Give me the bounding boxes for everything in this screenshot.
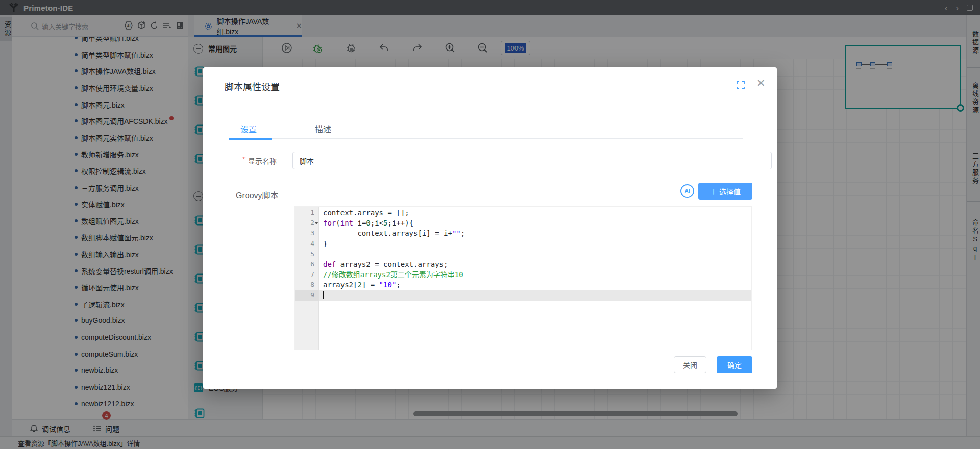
code-token: for (323, 219, 336, 227)
display-name-input[interactable]: 脚本 (292, 152, 772, 169)
ai-helper-icon[interactable]: AI (680, 184, 694, 198)
line-number: 8 (295, 280, 319, 290)
line-number: 3 (295, 228, 319, 238)
dialog-title: 脚本属性设置 (225, 80, 280, 93)
code-token: int (340, 219, 353, 227)
required-asterisk: * (242, 155, 245, 163)
tabline (229, 138, 743, 139)
code-line[interactable]: for(int i=0;i<5;i++){ (319, 218, 752, 228)
display-name-value: 脚本 (300, 156, 314, 166)
code-token: arrays2[ (323, 281, 357, 289)
code-token: ;i++){ (388, 219, 414, 227)
code-line[interactable]: def arrays2 = context.arrays; (319, 259, 752, 269)
close-button[interactable]: 关闭 (674, 356, 706, 373)
code-token: //修改数组arrays2第二个元素为字符串10 (323, 270, 463, 279)
code-token: ] = (362, 281, 379, 289)
code-token: } (323, 240, 327, 248)
fullscreen-icon[interactable] (736, 81, 745, 90)
code-token: arrays2 = context.arrays; (336, 260, 448, 268)
code-line[interactable]: } (319, 239, 752, 249)
code-token: 0 (366, 219, 370, 227)
code-token: "10" (379, 281, 397, 289)
groovy-code-editor[interactable]: 123456789 context.arrays = [];for(int i=… (294, 206, 752, 350)
code-line[interactable]: //修改数组arrays2第二个元素为字符串10 (319, 269, 752, 280)
code-token: def (323, 260, 336, 268)
code-token: 2 (357, 281, 361, 289)
code-token: ( (336, 219, 340, 227)
editor-gutter: 123456789 (295, 207, 319, 350)
line-number: 2 (295, 218, 319, 228)
line-number: 1 (295, 208, 319, 218)
code-line[interactable]: arrays2[2] = "10"; (319, 280, 752, 290)
line-number: 7 (295, 269, 319, 280)
code-line[interactable] (319, 249, 752, 259)
display-name-label: 显示名称 (248, 156, 277, 166)
script-properties-dialog: 脚本属性设置 ✕ 设置 描述 * 显示名称 脚本 Groovy脚本 AI ＋ 选… (203, 67, 777, 389)
dialog-tab-description[interactable]: 描述 (315, 122, 331, 135)
line-number: 6 (295, 259, 319, 269)
groovy-script-label: Groovy脚本 (236, 189, 279, 201)
close-dialog-icon[interactable]: ✕ (756, 78, 766, 88)
fold-arrow-icon[interactable] (314, 222, 318, 224)
active-tabline (229, 138, 272, 140)
code-token: context.arrays[i] = i+ (323, 229, 452, 237)
line-number: 4 (295, 239, 319, 249)
select-value-button[interactable]: ＋ 选择值 (698, 183, 752, 200)
code-token: ; (396, 281, 400, 289)
line-number: 5 (295, 249, 319, 259)
code-token: ; (461, 229, 465, 237)
code-line[interactable]: context.arrays[i] = i+""; (319, 228, 752, 238)
code-token: 5 (383, 219, 387, 227)
code-token: context.arrays = []; (323, 209, 409, 217)
dialog-tab-settings[interactable]: 设置 (240, 122, 257, 135)
line-number: 9 (295, 290, 319, 301)
text-cursor (323, 291, 324, 299)
code-token: ;i< (371, 219, 383, 227)
code-line[interactable] (319, 290, 752, 301)
code-line[interactable]: context.arrays = []; (319, 208, 752, 218)
code-token: "" (452, 229, 461, 237)
app-window: Primeton-IDE ‹ › 资源 输入关键字搜索 AI (0, 0, 980, 449)
ok-button[interactable]: 确定 (717, 356, 752, 373)
code-token: i= (353, 219, 366, 227)
